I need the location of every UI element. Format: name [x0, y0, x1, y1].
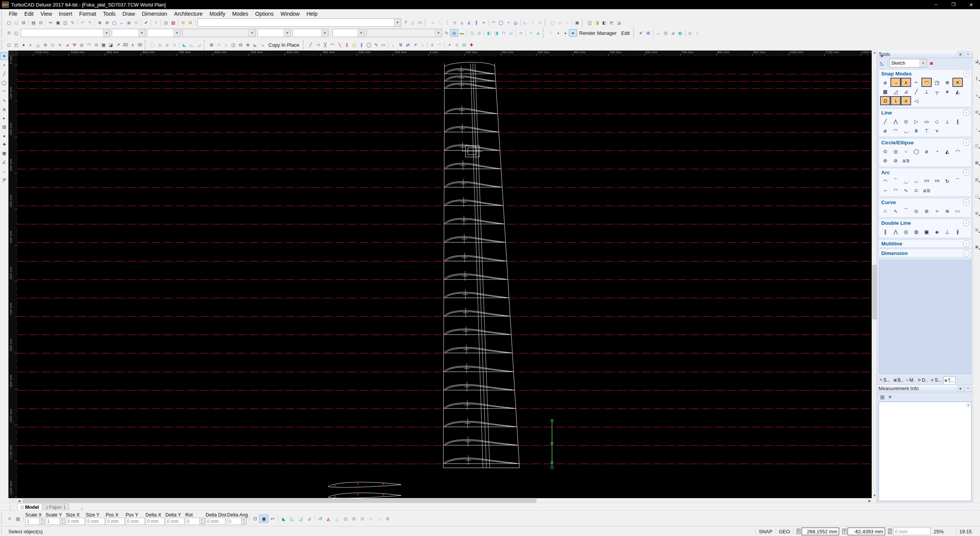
move-3d-icon[interactable]: ↔: [655, 29, 662, 36]
line-rectangle-icon[interactable]: ▭: [921, 117, 932, 126]
drawing-canvas[interactable]: [17, 56, 872, 498]
facet-icon[interactable]: ◣: [181, 41, 188, 48]
selector-mode-icon[interactable]: ▣: [259, 515, 268, 523]
selector-combo[interactable]: ▼: [198, 18, 401, 27]
copy-mirror-icon[interactable]: ◫: [230, 41, 237, 48]
menu-format[interactable]: Format: [76, 10, 100, 18]
linetype-combo[interactable]: ▼: [147, 29, 181, 37]
snap-ortho-icon[interactable]: ⋮: [444, 19, 451, 26]
color-combo[interactable]: ▼: [112, 29, 145, 37]
snap-free-icon[interactable]: ∴: [429, 19, 436, 26]
render-manager-button[interactable]: Render Manager: [577, 30, 619, 36]
ellipse-rotated-icon[interactable]: ⊘: [890, 156, 901, 165]
bool-union-icon[interactable]: ◍: [156, 41, 163, 48]
frame-icon[interactable]: ⊡: [461, 41, 468, 48]
linescale-combo[interactable]: ▼: [257, 29, 291, 37]
snap-vertex-icon[interactable]: ∧: [901, 78, 911, 87]
edit-button[interactable]: Edit: [619, 30, 632, 36]
print-preview-icon[interactable]: ⊡: [37, 19, 44, 26]
rotate-3d-icon[interactable]: ◷: [662, 29, 669, 36]
snap-angle-icon[interactable]: ◿: [890, 87, 901, 96]
circle-rotated-icon[interactable]: ◭: [942, 147, 952, 156]
dline-multiline-icon[interactable]: ⋀: [890, 227, 901, 236]
gray-teapot-icon[interactable]: ◍: [341, 515, 350, 523]
center-mark-icon[interactable]: ⊹: [453, 41, 461, 48]
snap-audio-cue-icon[interactable]: ◁: [911, 96, 921, 105]
line-rotated-rect-icon[interactable]: ◇: [932, 117, 942, 126]
snap-grid-icon[interactable]: ⋱: [436, 19, 444, 26]
chevron-down-icon[interactable]: ▼: [435, 29, 442, 37]
view-bottom-icon[interactable]: ⊔: [507, 29, 514, 36]
inspector-close-icon[interactable]: ✕: [5, 515, 14, 523]
palette-tab-t[interactable]: ◙T...: [943, 376, 956, 384]
palette-tab-s[interactable]: ➤S...: [929, 376, 943, 384]
save-icon[interactable]: ⊟: [20, 19, 27, 26]
arc-ratio-icon[interactable]: a:b: [921, 186, 932, 195]
meet-icon[interactable]: ⊣: [314, 41, 322, 48]
plus-box-icon[interactable]: ⊞: [974, 227, 980, 233]
line-tool-icon[interactable]: ╱: [1, 70, 8, 78]
cp-flag-icon[interactable]: ◿: [296, 515, 305, 523]
shrink-icon[interactable]: ∥: [343, 41, 351, 48]
line-tangent-2arcs-icon[interactable]: ◡: [901, 126, 911, 135]
create-block-icon[interactable]: ⊠: [187, 19, 194, 26]
import-palette-icon[interactable]: ◱: [13, 29, 20, 36]
snap-tangent-icon[interactable]: ∥: [473, 19, 480, 26]
wp-flag-icon[interactable]: ◺: [288, 515, 296, 523]
dashed-box-icon[interactable]: ▢: [974, 193, 980, 199]
snap-circle-icon[interactable]: ◯: [497, 19, 505, 26]
snap-intersection-icon[interactable]: ✕: [952, 78, 963, 87]
rotate-copy-icon[interactable]: ↺: [316, 515, 324, 523]
copy-down-icon[interactable]: ◣: [252, 41, 259, 48]
chamfer-icon[interactable]: ╲: [336, 41, 343, 48]
line-irregular-polygon-icon[interactable]: ▷: [911, 117, 921, 126]
snap-perpendicular-icon[interactable]: ⊥: [921, 87, 932, 96]
context-help-icon[interactable]: ?: [402, 19, 409, 26]
copy-fit-icon[interactable]: ⊟: [237, 41, 244, 48]
magnetic-point-icon[interactable]: Ω: [880, 96, 890, 105]
measure-list-icon[interactable]: ▤: [879, 394, 886, 401]
menu-insert[interactable]: Insert: [56, 10, 76, 18]
menu-draw[interactable]: Draw: [119, 10, 139, 18]
ellipse-icon[interactable]: ⊜: [880, 156, 890, 165]
palette-tab-d[interactable]: ⚙D..: [916, 376, 929, 384]
field-input[interactable]: 0: [185, 518, 200, 525]
stamp-icon[interactable]: ⊡: [251, 515, 259, 523]
lift-icon[interactable]: ↗: [412, 41, 419, 48]
menu-view[interactable]: View: [37, 10, 56, 18]
offset-icon[interactable]: ∥: [358, 41, 365, 48]
menu-modes[interactable]: Modes: [229, 10, 252, 18]
arc-center-radius-icon[interactable]: ◠: [880, 176, 890, 186]
ortho-view-icon[interactable]: ◎: [450, 29, 458, 37]
circle-edit-icon[interactable]: ◯: [365, 41, 372, 48]
corner-edit-icon[interactable]: ◟: [390, 41, 397, 48]
field-input[interactable]: 0 mm: [165, 518, 185, 525]
vase-icon[interactable]: Ψ: [71, 41, 78, 48]
snap-vertical-icon[interactable]: ⇂: [890, 96, 901, 105]
collapse-chevron-icon[interactable]: «: [963, 169, 970, 176]
close-panel-icon[interactable]: ✕: [965, 51, 972, 57]
snap-node-icon[interactable]: ⌖: [480, 19, 487, 26]
pin-icon[interactable]: ◉: [957, 386, 964, 392]
box-edit-icon[interactable]: ▭: [380, 41, 387, 48]
arc-tangent-2-icon[interactable]: ⌣: [880, 186, 890, 195]
camera-up-icon[interactable]: ▲: [534, 29, 542, 36]
hook-icon[interactable]: ↩: [268, 515, 277, 523]
red-arrow-icon[interactable]: ↘: [974, 92, 980, 98]
copy-radial-icon[interactable]: ∴: [222, 41, 230, 48]
chevron-down-icon[interactable]: ▼: [103, 29, 110, 37]
chevron-down-icon[interactable]: ▼: [138, 29, 145, 37]
snap-extension-icon[interactable]: ╱: [911, 87, 921, 96]
wall-strip-icon[interactable]: ◪: [974, 58, 980, 64]
snap-nearest-icon[interactable]: →: [890, 78, 901, 87]
field-input[interactable]: 0 mm: [145, 518, 165, 525]
zoom-extents-icon[interactable]: ↔: [118, 19, 125, 26]
expand-chevron-icon[interactable]: »: [963, 250, 970, 257]
warn-triangle-icon[interactable]: △: [333, 515, 341, 523]
circle-center-radius-icon[interactable]: ⊙: [880, 147, 890, 156]
circle-tangent-line-icon[interactable]: ⌀: [921, 147, 932, 156]
arc-start-end-icon[interactable]: ◡: [901, 176, 911, 186]
snap-midpoint-icon[interactable]: ⊥: [458, 19, 466, 26]
stretch-h-icon[interactable]: ⇄: [404, 41, 412, 48]
rounded-box-icon[interactable]: ◰: [13, 41, 20, 48]
